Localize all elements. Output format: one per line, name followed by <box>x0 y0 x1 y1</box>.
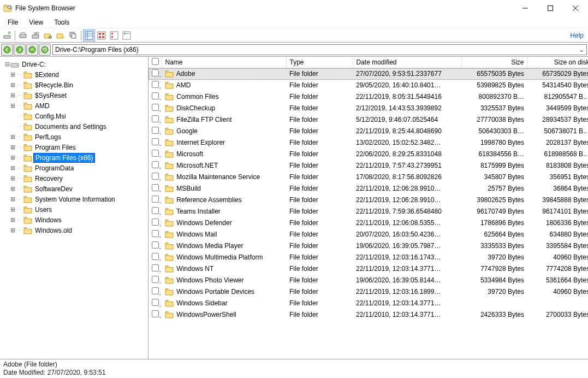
row-checkbox[interactable] <box>149 206 162 217</box>
tree-node[interactable]: ⊞⋯$SysReset <box>0 90 148 101</box>
col-size-disk[interactable]: Size on disk <box>527 57 588 68</box>
row-checkbox[interactable] <box>149 298 162 309</box>
row-checkbox[interactable] <box>149 183 162 194</box>
expand-icon[interactable]: ⊞ <box>10 164 16 172</box>
tree-node[interactable]: ⋯Documents and Settings <box>0 121 148 132</box>
row-checkbox[interactable] <box>149 229 162 240</box>
col-type[interactable]: Type <box>286 57 353 68</box>
collapse-icon[interactable]: ⊟ <box>4 61 10 68</box>
expand-icon[interactable]: ⊞ <box>10 144 16 151</box>
row-checkbox[interactable] <box>149 172 162 183</box>
folder-star-button[interactable] <box>55 29 67 42</box>
up-button[interactable] <box>26 44 38 56</box>
row-checkbox[interactable] <box>149 252 162 263</box>
row-checkbox[interactable] <box>149 309 162 321</box>
table-row[interactable]: AMDFile folder29/05/2020, 16:40:10.8401…… <box>149 80 588 91</box>
expand-icon[interactable]: ⊞ <box>10 185 16 192</box>
tree-node[interactable]: ⊞⋯ProgramData <box>0 163 148 173</box>
row-checkbox[interactable] <box>149 149 162 160</box>
refresh-button[interactable] <box>39 44 51 56</box>
view-abc-button[interactable]: ABC <box>29 29 41 42</box>
view-large-icons-button[interactable] <box>96 29 108 42</box>
help-link[interactable]: Help <box>570 32 584 39</box>
add-drive-button[interactable] <box>1 29 13 42</box>
expand-icon[interactable]: ⊞ <box>10 154 16 161</box>
expand-icon[interactable]: ⊞ <box>10 92 16 99</box>
back-button[interactable] <box>1 44 13 56</box>
tree-node[interactable]: ⊞⋯Windows.old <box>0 225 148 235</box>
tree-node[interactable]: ⊞⋯$Extend <box>0 69 148 80</box>
minimize-button[interactable] <box>513 0 538 16</box>
expand-icon[interactable]: ⊞ <box>10 81 16 88</box>
tree-node[interactable]: ⋯Config.Msi <box>0 111 148 121</box>
list-scroll[interactable]: Name Type Date modified Size Size on dis… <box>149 57 588 359</box>
row-checkbox[interactable] <box>149 103 162 114</box>
table-row[interactable]: Mozilla Maintenance ServiceFile folder17… <box>149 172 588 183</box>
table-row[interactable]: GoogleFile folder22/11/2019, 8:25:44.804… <box>149 126 588 137</box>
expand-icon[interactable]: ⊞ <box>10 196 16 203</box>
col-name[interactable]: Name <box>162 57 286 68</box>
col-size[interactable]: Size <box>462 57 527 68</box>
table-row[interactable]: Teams InstallerFile folder22/11/2019, 7:… <box>149 206 588 217</box>
table-row[interactable]: Windows Photo ViewerFile folder19/06/202… <box>149 275 588 286</box>
table-row[interactable]: Windows MailFile folder20/07/2020, 16:03… <box>149 229 588 240</box>
table-row[interactable]: WindowsPowerShellFile folder22/11/2010, … <box>149 309 588 321</box>
row-checkbox[interactable] <box>149 240 162 252</box>
tree-node[interactable]: ⊞⋯SoftwareDev <box>0 184 148 194</box>
expand-icon[interactable]: ⊞ <box>10 175 16 182</box>
row-checkbox[interactable] <box>149 160 162 172</box>
row-checkbox[interactable] <box>149 263 162 275</box>
tree-node[interactable]: ⊞⋯$Recycle.Bin <box>0 80 148 90</box>
table-row[interactable]: DiskCheckupFile folder2/12/2019, 14:43:5… <box>149 103 588 114</box>
open-drive-button[interactable] <box>17 29 29 42</box>
table-row[interactable]: Windows DefenderFile folder22/11/2019, 1… <box>149 217 588 229</box>
table-row[interactable]: Windows Multimedia PlatformFile folder22… <box>149 252 588 263</box>
tree-node[interactable]: ⊞⋯PerfLogs <box>0 132 148 142</box>
row-checkbox[interactable] <box>149 91 162 103</box>
table-row[interactable]: Windows Media PlayerFile folder19/06/202… <box>149 240 588 252</box>
expand-icon[interactable]: ⊞ <box>10 227 16 234</box>
tree-node[interactable]: ⊞⋯System Volume Information <box>0 194 148 204</box>
row-checkbox[interactable] <box>149 275 162 286</box>
maximize-button[interactable] <box>538 0 563 16</box>
row-checkbox[interactable] <box>149 286 162 298</box>
table-row[interactable]: Common FilesFile folder22/11/2019, 8:05:… <box>149 91 588 103</box>
table-row[interactable]: Windows SidebarFile folder22/11/2019, 12… <box>149 298 588 309</box>
select-all-checkbox[interactable] <box>149 57 162 68</box>
folder-gear-button[interactable] <box>42 29 54 42</box>
row-checkbox[interactable] <box>149 137 162 149</box>
tree-node[interactable]: ⊞⋯Windows <box>0 215 148 225</box>
row-checkbox[interactable] <box>149 194 162 206</box>
expand-icon[interactable]: ⊞ <box>10 206 16 213</box>
row-checkbox[interactable] <box>149 217 162 229</box>
menu-file[interactable]: File <box>2 17 23 27</box>
tree-node[interactable]: ⊞⋯Program Files (x86) <box>0 152 148 163</box>
expand-icon[interactable]: ⊞ <box>10 133 16 140</box>
row-checkbox[interactable] <box>149 80 162 91</box>
expand-icon[interactable]: ⊞ <box>10 102 16 109</box>
col-date[interactable]: Date modified <box>353 57 462 68</box>
tree-node[interactable]: ⊞⋯Recovery <box>0 173 148 184</box>
menu-view[interactable]: View <box>23 17 49 27</box>
table-row[interactable]: MicrosoftFile folder22/06/2020, 8:29:25.… <box>149 149 588 160</box>
row-checkbox[interactable] <box>149 68 162 80</box>
tree-node[interactable]: ⊞⋯Users <box>0 204 148 215</box>
table-row[interactable]: Windows NTFile folder22/11/2019, 12:03:1… <box>149 263 588 275</box>
expand-icon[interactable]: ⊞ <box>10 216 16 223</box>
table-row[interactable]: MSBuildFile folder22/11/2019, 12:06:28.9… <box>149 183 588 194</box>
menu-tools[interactable]: Tools <box>49 17 75 27</box>
tree-node[interactable]: ⊞⋯Program Files <box>0 142 148 152</box>
row-checkbox[interactable] <box>149 114 162 126</box>
table-row[interactable]: FileZilla FTP ClientFile folder5/12/2019… <box>149 114 588 126</box>
expand-icon[interactable]: ⊞ <box>10 71 16 78</box>
path-combobox[interactable]: Drive-C:\Program Files (x86) ⌄ <box>52 44 587 55</box>
view-list-button[interactable] <box>121 29 133 42</box>
table-row[interactable]: Windows Portable DevicesFile folder22/11… <box>149 286 588 298</box>
row-checkbox[interactable] <box>149 126 162 137</box>
table-row[interactable]: Microsoft.NETFile folder22/11/2019, 7:57… <box>149 160 588 172</box>
close-button[interactable] <box>563 0 588 16</box>
cascade-button[interactable] <box>67 29 79 42</box>
forward-button[interactable] <box>14 44 26 56</box>
table-row[interactable]: Reference AssembliesFile folder22/11/201… <box>149 194 588 206</box>
view-details-button[interactable] <box>83 29 95 42</box>
